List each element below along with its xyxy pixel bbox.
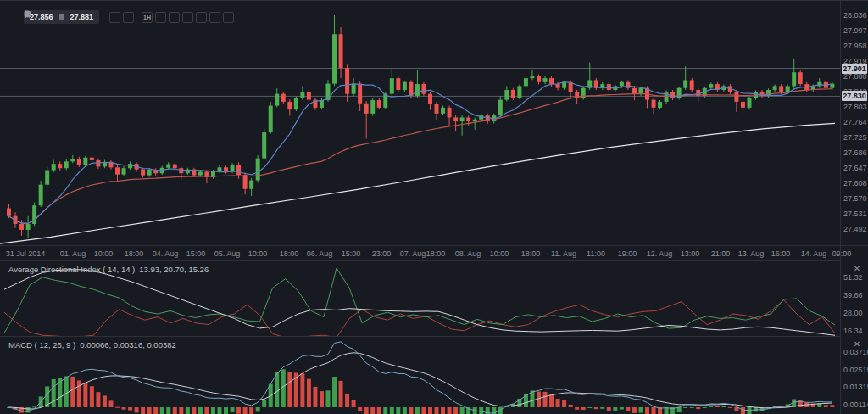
time-tick: 19:00 [618, 249, 637, 258]
candlestick-chart[interactable] [0, 1, 840, 245]
time-tick: 08. Aug [455, 249, 481, 258]
time-tick: 10:00 [490, 249, 509, 258]
time-tick: 21:00 [711, 249, 731, 258]
zoom-in-button[interactable] [109, 12, 120, 23]
time-tick: 18:00 [280, 249, 299, 258]
price-tick: 27.570 [843, 194, 867, 203]
adx-tick: 28.00 [843, 309, 863, 317]
time-tick: 11. Aug [551, 249, 576, 258]
macd-indicator-pane[interactable]: MACD ( 12, 26, 9 )0.00066, 0.00316, 0.00… [0, 336, 840, 414]
time-tick: 13:00 [681, 249, 700, 258]
price-tick: 28.036 [843, 11, 867, 20]
price-tick: 27.997 [843, 26, 867, 35]
zoom-out-button[interactable] [123, 12, 134, 23]
drawing-tools-button[interactable] [196, 12, 207, 23]
time-tick: 23:00 [372, 249, 392, 258]
macd-close-button[interactable]: ✕ [851, 338, 863, 350]
spread-indicator [59, 14, 64, 20]
time-tick: 09:00 [832, 249, 852, 258]
time-tick: 14. Aug [801, 249, 827, 258]
time-tick: 10:00 [94, 249, 114, 258]
price-axis[interactable]: 28.03627.99727.95827.91927.88027.84227.8… [841, 1, 868, 245]
time-tick: 04. Aug [153, 249, 179, 258]
price-tick: 27.531 [843, 210, 867, 218]
macd-tick: 0.01315 [843, 383, 868, 391]
time-tick: 10:00 [248, 249, 268, 258]
price-tick: 27.958 [843, 42, 867, 50]
chart-settings-button[interactable] [182, 12, 193, 23]
edit-chart-button[interactable] [209, 12, 220, 23]
time-tick: 12. Aug [647, 249, 673, 258]
price-tick: 27.686 [843, 148, 867, 157]
bid-price[interactable]: 27.856 [30, 13, 53, 21]
time-tick: 18:00 [125, 249, 144, 258]
price-tick: 27.725 [843, 133, 867, 142]
adx-values: 13.93, 20.70, 15.26 [139, 265, 209, 274]
price-tick: 27.647 [843, 164, 867, 172]
price-chart-pane[interactable]: 27.856 27.881 1H [0, 1, 840, 245]
price-level-badge: 27.830 [842, 91, 867, 101]
time-tick: 16:00 [771, 249, 791, 258]
adx-close-button[interactable]: ✕ [851, 263, 863, 275]
quote-widget[interactable]: 27.856 27.881 [24, 10, 99, 24]
time-tick: 15:00 [342, 249, 361, 258]
price-tick: 27.608 [843, 179, 867, 187]
macd-title: MACD ( 12, 26, 9 ) [8, 340, 75, 350]
macd-values: 0.00066, 0.00316, 0.00382 [80, 340, 176, 350]
chart-toolbar: 27.856 27.881 1H [24, 10, 234, 24]
price-tick: 27.492 [843, 225, 867, 233]
macd-label: MACD ( 12, 26, 9 )0.00066, 0.00316, 0.00… [8, 340, 176, 350]
adx-indicator-pane[interactable]: Average Directional Index ( 14, 14 )13.9… [0, 260, 840, 337]
time-tick: 01. Aug [60, 249, 86, 258]
adx-tick: 16.34 [843, 327, 863, 335]
adx-tick: 39.66 [843, 291, 863, 299]
time-tick: 07. Aug [400, 249, 426, 258]
price-tick: 27.880 [843, 72, 867, 81]
time-axis[interactable]: 31 Jul 201401. Aug10:0018:0004. Aug15:00… [0, 245, 868, 261]
time-tick: 05. Aug [214, 249, 241, 258]
ask-price[interactable]: 27.881 [70, 13, 94, 21]
pencil-icon [24, 10, 31, 18]
time-tick: 15:00 [186, 249, 206, 258]
adx-title: Average Directional Index ( 14, 14 ) [8, 265, 135, 274]
macd-tick: 0.00114 [843, 400, 868, 409]
adx-label: Average Directional Index ( 14, 14 )13.9… [8, 265, 209, 274]
time-tick: 18:00 [521, 249, 541, 258]
chart-type-button[interactable] [155, 12, 166, 23]
draw-brush-button[interactable] [223, 12, 234, 23]
price-level-badge: 27.901 [842, 64, 867, 74]
time-tick: 06. Aug [307, 249, 333, 258]
time-tick: 13. Aug [738, 249, 765, 258]
time-tick: 31 Jul 2014 [6, 249, 46, 258]
timeframe-label: 1H [143, 14, 151, 20]
macd-tick: 0.02515 [843, 366, 868, 374]
time-tick: 11:00 [587, 249, 605, 258]
timeframe-button[interactable]: 1H [142, 12, 153, 23]
price-tick: 27.764 [843, 118, 867, 126]
time-tick: 18:00 [426, 249, 446, 258]
indicators-button[interactable] [169, 12, 180, 23]
price-tick: 27.803 [843, 103, 867, 111]
trading-chart-window: 27.856 27.881 1H [0, 0, 868, 414]
